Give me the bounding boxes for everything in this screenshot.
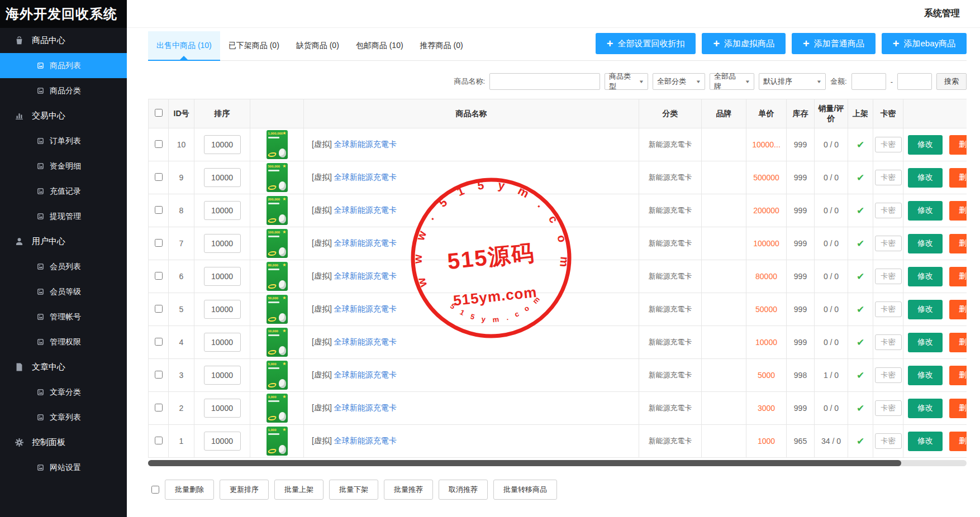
sidebar-item[interactable]: 资金明细 [0,154,127,179]
delete-button[interactable]: 删除 [949,201,967,221]
row-checkbox[interactable] [155,239,163,247]
row-checkbox[interactable] [155,140,163,148]
row-checkbox[interactable] [155,371,163,379]
row-checkbox[interactable] [155,173,163,181]
delete-button[interactable]: 删除 [949,168,967,188]
sidebar-section[interactable]: 用户中心 [0,229,127,254]
delete-button[interactable]: 删除 [949,234,967,253]
product-name-link[interactable]: 全球新能源充電卡 [334,173,397,181]
edit-button[interactable]: 修改 [908,399,943,418]
row-checkbox[interactable] [155,404,163,411]
delete-button[interactable]: 删除 [949,366,967,385]
sort-input[interactable] [204,300,241,319]
sort-input[interactable] [204,267,241,286]
sidebar-section[interactable]: 交易中心 [0,103,127,128]
tab[interactable]: 包邮商品 (10) [348,31,412,60]
kami-button[interactable]: 卡密 [875,203,902,218]
product-name-link[interactable]: 全球新能源充電卡 [334,337,397,346]
system-admin-menu[interactable]: 系统管理 [924,8,960,20]
amount-max-input[interactable] [897,73,932,90]
tab[interactable]: 推荐商品 (0) [412,31,472,60]
sidebar-item[interactable]: 订单列表 [0,128,127,154]
batch-button[interactable]: 批量上架 [274,480,324,500]
search-button[interactable]: 搜索 [936,73,967,90]
sidebar-section[interactable]: 文章中心 [0,355,127,380]
add-product-button[interactable]: +全部设置回收折扣 [596,33,696,54]
sidebar-item[interactable]: 网站设置 [0,455,127,480]
kami-button[interactable]: 卡密 [875,433,902,449]
add-product-button[interactable]: +添加普通商品 [792,33,876,54]
delete-button[interactable]: 删除 [949,300,967,319]
kami-button[interactable]: 卡密 [875,334,902,350]
kami-button[interactable]: 卡密 [875,367,902,383]
delete-button[interactable]: 删除 [949,333,967,352]
add-product-button[interactable]: +添加ebay商品 [882,33,967,54]
sort-select[interactable]: 默认排序▼ [759,73,826,90]
scrollbar-thumb[interactable] [148,460,901,466]
delete-button[interactable]: 删除 [949,135,967,155]
delete-button[interactable]: 删除 [949,399,967,418]
product-name-link[interactable]: 全球新能源充電卡 [334,271,397,280]
batch-button[interactable]: 批量推荐 [384,480,433,500]
tab[interactable]: 出售中商品 (10) [148,31,220,60]
edit-button[interactable]: 修改 [908,366,943,385]
product-name-link[interactable]: 全球新能源充電卡 [334,140,397,149]
brand-select[interactable]: 全部品牌▼ [710,73,754,90]
kami-button[interactable]: 卡密 [875,236,902,251]
horizontal-scrollbar[interactable] [148,460,967,466]
batch-button[interactable]: 更新排序 [220,480,269,500]
amount-min-input[interactable] [851,73,886,90]
sort-input[interactable] [204,201,241,220]
edit-button[interactable]: 修改 [908,333,943,352]
product-name-link[interactable]: 全球新能源充電卡 [334,205,397,214]
kami-button[interactable]: 卡密 [875,400,902,416]
edit-button[interactable]: 修改 [908,432,943,451]
kami-button[interactable]: 卡密 [875,269,902,284]
sort-input[interactable] [204,432,241,451]
sidebar-item[interactable]: 文章列表 [0,405,127,430]
product-name-link[interactable]: 全球新能源充電卡 [334,304,397,313]
batch-button[interactable]: 批量转移商品 [493,480,557,500]
sidebar-item[interactable]: 会员等级 [0,279,127,304]
sort-input[interactable] [204,333,241,352]
sidebar-item[interactable]: 商品分类 [0,78,127,103]
edit-button[interactable]: 修改 [908,234,943,253]
kami-button[interactable]: 卡密 [875,301,902,317]
delete-button[interactable]: 删除 [949,267,967,286]
batch-button[interactable]: 批量删除 [165,480,214,500]
edit-button[interactable]: 修改 [908,168,943,188]
product-name-link[interactable]: 全球新能源充電卡 [334,370,397,379]
edit-button[interactable]: 修改 [908,135,943,155]
kami-button[interactable]: 卡密 [875,137,902,152]
sidebar-section[interactable]: 商品中心 [0,28,127,53]
sidebar-item[interactable]: 商品列表 [0,53,127,78]
edit-button[interactable]: 修改 [908,300,943,319]
row-checkbox[interactable] [155,338,163,346]
product-name-link[interactable]: 全球新能源充電卡 [334,238,397,247]
batch-button[interactable]: 批量下架 [329,480,378,500]
sidebar-item[interactable]: 文章分类 [0,380,127,405]
sidebar-item[interactable]: 管理帐号 [0,304,127,329]
add-product-button[interactable]: +添加虚拟商品 [702,33,786,54]
product-name-link[interactable]: 全球新能源充電卡 [334,403,397,412]
select-all-checkbox[interactable] [155,109,163,117]
sidebar-item[interactable]: 会员列表 [0,254,127,279]
sort-input[interactable] [204,234,241,253]
delete-button[interactable]: 删除 [949,432,967,451]
product-name-input[interactable] [489,73,600,90]
sort-input[interactable] [204,366,241,385]
product-name-link[interactable]: 全球新能源充電卡 [334,436,397,445]
product-type-select[interactable]: 商品类型▼ [605,73,648,90]
row-checkbox[interactable] [155,305,163,313]
sort-input[interactable] [204,399,241,418]
sort-input[interactable] [204,168,241,187]
row-checkbox[interactable] [155,272,163,280]
tab[interactable]: 缺货商品 (0) [288,31,348,60]
category-select[interactable]: 全部分类▼ [653,73,705,90]
batch-select-checkbox[interactable] [151,486,159,494]
edit-button[interactable]: 修改 [908,267,943,286]
row-checkbox[interactable] [155,206,163,214]
kami-button[interactable]: 卡密 [875,170,902,185]
sidebar-item[interactable]: 充值记录 [0,179,127,204]
sidebar-item[interactable]: 管理权限 [0,329,127,355]
